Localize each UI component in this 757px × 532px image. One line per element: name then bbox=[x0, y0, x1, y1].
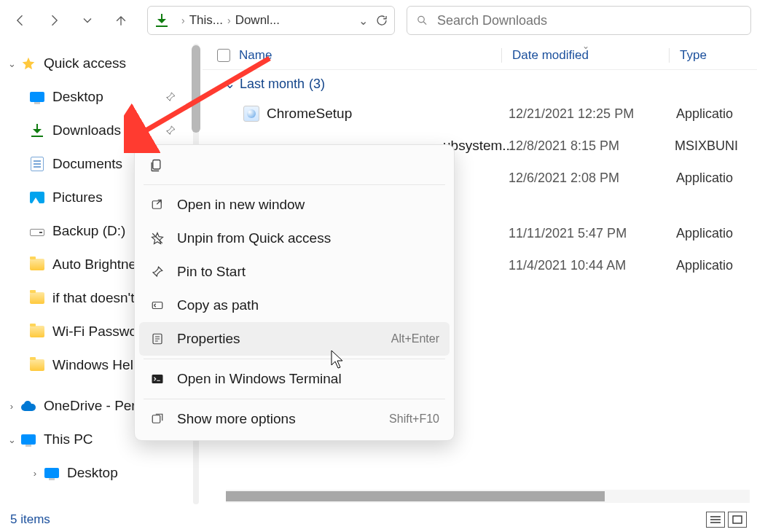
file-date: 12/8/2021 8:15 PM bbox=[498, 138, 664, 154]
document-icon bbox=[29, 156, 45, 172]
new-window-icon bbox=[149, 197, 165, 213]
pictures-icon bbox=[29, 189, 45, 206]
menu-open-new-window[interactable]: Open in new window bbox=[139, 188, 450, 222]
context-menu: Open in new window Unpin from Quick acce… bbox=[134, 144, 455, 441]
forward-button[interactable] bbox=[39, 6, 68, 35]
menu-label: Copy as path bbox=[177, 297, 259, 313]
file-type: Applicatio bbox=[666, 171, 733, 186]
file-date: 11/4/2021 10:44 AM bbox=[498, 258, 666, 273]
pc-icon bbox=[20, 431, 36, 447]
column-date[interactable]: ⌄ Date modified bbox=[501, 48, 669, 63]
select-all-checkbox[interactable] bbox=[217, 49, 230, 62]
drive-icon bbox=[29, 223, 45, 239]
thispc-item-desktop[interactable]: › Desktop bbox=[4, 456, 189, 490]
menu-shortcut: Shift+F10 bbox=[389, 412, 439, 426]
breadcrumb-seg-1[interactable]: This... bbox=[189, 13, 223, 28]
terminal-icon bbox=[149, 371, 165, 387]
file-type: Applicatio bbox=[666, 226, 733, 241]
svg-rect-2 bbox=[153, 160, 160, 170]
status-text: 5 items bbox=[10, 512, 50, 527]
chevron-down-icon[interactable]: ⌄ bbox=[358, 14, 368, 28]
chevron-right-icon[interactable]: › bbox=[29, 468, 41, 479]
menu-copy-path[interactable]: Copy as path bbox=[139, 289, 450, 322]
quick-access-node[interactable]: ⌄ Quick access bbox=[4, 47, 189, 80]
sidebar-item-label: Downloads bbox=[52, 122, 121, 138]
menu-label: Properties bbox=[177, 331, 240, 347]
breadcrumb-seg-2[interactable]: Downl... bbox=[235, 13, 280, 28]
svg-rect-7 bbox=[152, 415, 160, 423]
app-icon bbox=[243, 106, 259, 122]
column-name-label: Name bbox=[239, 48, 272, 63]
sidebar-item-label: Documents bbox=[52, 156, 122, 172]
file-date: 12/21/2021 12:25 PM bbox=[498, 106, 666, 122]
group-header[interactable]: ⌄ Last month (3) bbox=[203, 70, 757, 98]
pin-icon[interactable] bbox=[165, 91, 176, 103]
properties-icon bbox=[149, 331, 165, 347]
view-details-button[interactable] bbox=[706, 512, 725, 528]
column-type[interactable]: Type bbox=[669, 48, 707, 63]
column-date-label: Date modified bbox=[512, 48, 589, 62]
folder-icon bbox=[29, 290, 45, 306]
menu-label: Show more options bbox=[177, 411, 296, 427]
refresh-icon[interactable] bbox=[375, 14, 388, 27]
column-type-label: Type bbox=[680, 48, 707, 62]
column-name[interactable]: Name bbox=[203, 48, 501, 63]
menu-more-options[interactable]: Show more options Shift+F10 bbox=[139, 402, 450, 436]
menu-properties[interactable]: Properties Alt+Enter bbox=[139, 322, 450, 356]
sidebar-item-downloads[interactable]: Downloads bbox=[4, 114, 189, 147]
sidebar-item-label: Wi-Fi Passwor bbox=[52, 324, 141, 340]
menu-label: Pin to Start bbox=[177, 264, 246, 280]
group-count: (3) bbox=[309, 77, 325, 92]
svg-rect-1 bbox=[733, 516, 742, 523]
back-button[interactable] bbox=[6, 6, 35, 35]
sidebar-item-label: Desktop bbox=[52, 89, 103, 105]
folder-icon bbox=[29, 357, 45, 373]
view-thumbnails-button[interactable] bbox=[728, 512, 747, 528]
group-label: Last month bbox=[240, 77, 305, 92]
onedrive-label: OneDrive - Pers bbox=[44, 398, 143, 414]
quick-access-label: Quick access bbox=[44, 55, 126, 71]
status-bar: 5 items bbox=[0, 507, 757, 532]
path-icon bbox=[149, 297, 165, 313]
file-name: ChromeSetup bbox=[267, 106, 352, 122]
file-row[interactable]: ChromeSetup 12/21/2021 12:25 PM Applicat… bbox=[203, 98, 757, 130]
sidebar-item-label: Pictures bbox=[52, 189, 103, 206]
search-input[interactable] bbox=[436, 12, 742, 29]
chevron-right-icon[interactable]: › bbox=[6, 401, 17, 412]
content-h-scrollbar[interactable] bbox=[226, 490, 750, 503]
menu-terminal[interactable]: Open in Windows Terminal bbox=[139, 362, 450, 396]
svg-rect-4 bbox=[152, 302, 162, 309]
sidebar-item-label: Windows Hell bbox=[52, 357, 136, 373]
address-bar[interactable]: › This... › Downl... ⌄ bbox=[147, 6, 395, 35]
downloads-icon bbox=[154, 12, 170, 28]
chevron-down-icon: ⌄ bbox=[224, 76, 235, 92]
folder-icon bbox=[29, 257, 45, 273]
menu-unpin-quick[interactable]: Unpin from Quick access bbox=[139, 222, 450, 255]
sort-indicator-icon: ⌄ bbox=[582, 41, 589, 51]
recent-button[interactable] bbox=[73, 6, 102, 35]
desktop-icon bbox=[29, 89, 45, 105]
breadcrumb-sep: › bbox=[227, 15, 231, 26]
pin-icon[interactable] bbox=[165, 125, 176, 136]
file-type: Applicatio bbox=[666, 258, 733, 273]
desktop-icon bbox=[44, 465, 60, 481]
thispc-label: This PC bbox=[44, 431, 93, 447]
search-box[interactable] bbox=[407, 6, 751, 35]
menu-label: Open in Windows Terminal bbox=[177, 371, 342, 387]
cloud-icon bbox=[20, 398, 36, 414]
downloads-icon bbox=[29, 122, 45, 138]
search-icon bbox=[416, 14, 428, 27]
svg-rect-3 bbox=[152, 201, 161, 209]
chevron-down-icon[interactable]: ⌄ bbox=[6, 58, 17, 69]
sidebar-item-label: Desktop bbox=[67, 465, 118, 481]
sidebar-item-desktop[interactable]: Desktop bbox=[4, 80, 189, 114]
pin-icon bbox=[149, 264, 165, 280]
breadcrumb-sep: › bbox=[181, 15, 185, 26]
copy-icon[interactable] bbox=[148, 157, 164, 173]
menu-shortcut: Alt+Enter bbox=[391, 332, 439, 345]
up-button[interactable] bbox=[106, 6, 136, 35]
file-type: MSIXBUNI bbox=[664, 138, 738, 154]
menu-pin-start[interactable]: Pin to Start bbox=[139, 255, 450, 289]
sidebar-item-label: Auto Brightne bbox=[52, 257, 136, 273]
chevron-down-icon[interactable]: ⌄ bbox=[6, 434, 17, 445]
